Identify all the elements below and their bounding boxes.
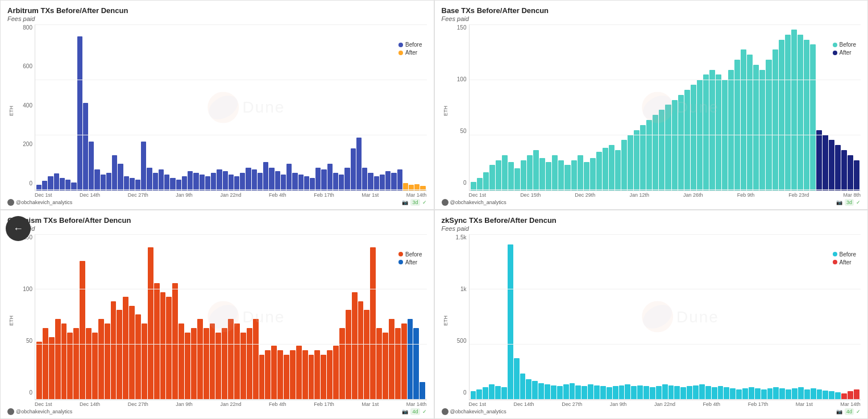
x-axis-tick: Jan 22nd — [220, 192, 241, 198]
bar — [712, 387, 717, 400]
age-badge: 3d — [410, 199, 420, 206]
legend-dot — [398, 252, 403, 256]
legend-label: After — [840, 259, 852, 265]
bar — [792, 388, 798, 400]
bar — [662, 384, 668, 400]
bar — [619, 385, 625, 400]
bar — [234, 176, 239, 190]
bar — [141, 142, 146, 190]
bar — [753, 65, 759, 190]
svg-point-1 — [207, 92, 239, 123]
bar — [545, 384, 550, 400]
bar — [253, 319, 259, 400]
chart-subtitle-base: Fees paid — [442, 15, 861, 22]
bar — [631, 386, 637, 400]
dashboard-grid: Arbitrum TXs Before/After DencunFees pai… — [0, 0, 868, 419]
bar — [476, 389, 482, 400]
legend-label: Before — [840, 251, 856, 258]
chart-subtitle-zksync: Fees paid — [442, 225, 861, 232]
bar — [290, 350, 296, 400]
y-axis-tick: 0 — [463, 389, 467, 396]
bar — [810, 44, 816, 190]
grid-line — [470, 289, 861, 289]
legend-dot — [398, 43, 403, 47]
bar — [182, 176, 187, 190]
x-axis-tick: Dec 15th — [520, 192, 541, 198]
legend-dot — [833, 260, 837, 264]
bar — [471, 391, 476, 400]
bar — [571, 160, 577, 190]
chart-area-zksync: ETH1.5k1k5000 Dune Dec 1stDec 14thDec 27… — [442, 234, 861, 408]
grid-line — [35, 234, 427, 235]
back-button[interactable]: ← — [6, 216, 31, 241]
bar — [389, 319, 394, 400]
bar — [575, 385, 581, 400]
bar — [532, 381, 538, 400]
bar — [298, 175, 304, 190]
bar — [364, 310, 369, 400]
bar — [252, 169, 257, 190]
legend-label: After — [405, 49, 417, 56]
bar — [391, 173, 396, 190]
y-axis-tick: 600 — [23, 63, 32, 69]
bar — [286, 164, 292, 190]
x-axis-tick: Mar 14th — [406, 401, 427, 407]
chart-panel-optimism: Optimism TXs Before/After DencunFees pai… — [0, 210, 434, 420]
bar — [43, 328, 48, 400]
y-axis-tick: 500 — [457, 338, 467, 344]
bar — [596, 152, 602, 190]
bar — [321, 169, 326, 190]
y-axis-tick: 50 — [460, 128, 466, 134]
bar — [483, 387, 488, 400]
bar — [211, 173, 216, 190]
bar — [401, 323, 407, 400]
camera-icon: 📷 — [836, 200, 842, 205]
y-axis-tick: 200 — [23, 141, 32, 147]
bar — [55, 319, 61, 400]
check-icon: ✓ — [856, 200, 861, 205]
bar — [263, 162, 268, 190]
bar — [130, 178, 135, 190]
bar — [697, 80, 703, 190]
bar — [374, 176, 379, 190]
bar — [147, 168, 152, 190]
bar — [653, 115, 658, 190]
bar — [135, 180, 140, 190]
y-axis-tick: 0 — [29, 389, 32, 396]
bar — [634, 130, 639, 190]
bar — [621, 140, 627, 190]
legend-item: Before — [833, 251, 856, 258]
bar — [188, 171, 193, 190]
y-axis-label-zksync: ETH — [442, 316, 448, 326]
bar — [558, 160, 564, 190]
x-axis-tick: Feb 4th — [269, 192, 286, 198]
bar — [564, 165, 570, 190]
bar — [164, 175, 169, 190]
legend-label: Before — [405, 251, 422, 258]
bar — [804, 389, 810, 400]
bar — [551, 385, 556, 400]
bar — [678, 95, 684, 190]
x-axis-tick: Feb 4th — [269, 401, 286, 407]
author-avatar — [7, 408, 14, 415]
x-axis-zksync: Dec 1stDec 14thDec 27thJan 9thJan 22ndFe… — [469, 400, 861, 407]
bar — [92, 333, 98, 400]
x-axis-tick: Jan 22nd — [220, 401, 241, 407]
author-name: @obchakevich_analytics — [450, 200, 506, 205]
bar — [570, 383, 575, 400]
dune-watermark: Dune — [642, 301, 719, 333]
x-axis-tick: Mar 8th — [843, 192, 861, 198]
bar — [613, 386, 618, 400]
grid-line — [35, 80, 427, 80]
bar — [344, 168, 350, 190]
footer-right: 📷3d✓ — [836, 199, 861, 206]
bar — [265, 350, 271, 400]
legend-label: After — [405, 259, 417, 265]
y-axis-tick: 0 — [29, 180, 32, 186]
bar — [210, 323, 215, 400]
bar — [118, 164, 123, 190]
bar — [352, 292, 358, 400]
y-axis-tick: 400 — [23, 102, 32, 109]
bar — [835, 392, 841, 400]
bar — [380, 175, 385, 190]
